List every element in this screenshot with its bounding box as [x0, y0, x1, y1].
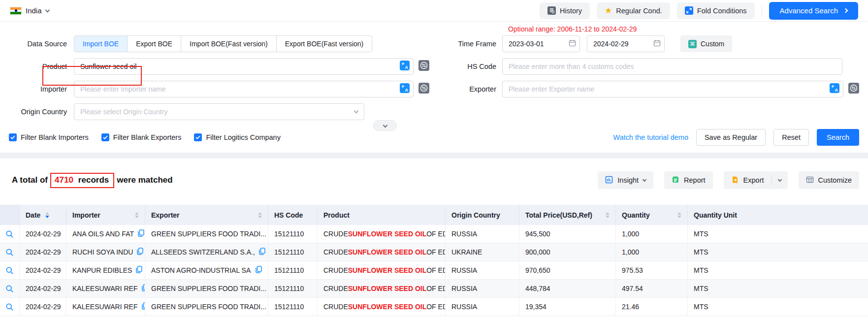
copy-icon[interactable] [142, 284, 145, 293]
chevron-down-icon [45, 7, 50, 12]
importer-name[interactable]: KALEESUWARI REF [72, 285, 138, 292]
sort-icons[interactable] [677, 212, 681, 218]
country-selector[interactable]: India [10, 6, 49, 15]
history-button[interactable]: History [540, 2, 590, 19]
row-detail-button[interactable] [0, 280, 20, 297]
insight-button[interactable]: Insight [598, 171, 653, 189]
match-mode-icon[interactable] [848, 83, 859, 96]
header-quantity[interactable]: Quantity [616, 205, 688, 225]
match-mode-icon[interactable] [418, 60, 429, 73]
header-total-price[interactable]: Total Price(USD,Ref) [519, 205, 616, 225]
importer-name[interactable]: ANA OILS AND FAT [72, 230, 134, 238]
exporter-name[interactable]: ALLSEEDS SWITZERLAND S.A., [151, 248, 255, 256]
cell-date: 2024-02-29 [20, 243, 66, 261]
advanced-search-button[interactable]: Advanced Search [769, 2, 858, 20]
save-as-regular-button[interactable]: Save as Regular [696, 129, 766, 146]
cell-total-price: 945,500 [519, 225, 616, 243]
copy-icon[interactable] [259, 248, 265, 257]
header-exporter[interactable]: Exporter [145, 205, 268, 225]
cell-date: 2024-02-29 [20, 225, 66, 243]
translate-icon[interactable]: A [400, 83, 410, 95]
country-label: India [26, 6, 42, 15]
filter-blank-importers-checkbox[interactable]: Filter Blank Importers [9, 133, 89, 141]
exporter-name[interactable]: GREEN SUPPLIERS FOOD TRADI... [151, 303, 266, 311]
svg-text:A: A [405, 88, 409, 93]
sort-icons[interactable] [135, 212, 139, 218]
row-detail-button[interactable] [0, 261, 20, 279]
header-label: Quantity [622, 211, 650, 219]
cell-quantity: 1,000 [616, 243, 688, 261]
importer-name[interactable]: KALEESUWARI REF [72, 303, 138, 311]
magnifier-icon [5, 266, 14, 275]
custom-range-button[interactable]: ⌘ Custom [680, 35, 732, 52]
filter-blank-exporters-checkbox[interactable]: Filter Blank Exporters [101, 133, 182, 141]
exporter-input[interactable] [502, 81, 843, 97]
exporter-name[interactable]: GREEN SUPPLIERS FOOD TRADI... [151, 230, 266, 238]
header-label: Importer [72, 211, 100, 219]
translate-icon[interactable]: A [400, 61, 410, 72]
product-input[interactable] [74, 58, 414, 75]
header-label: Origin Country [451, 211, 500, 219]
export-button-group: Export [724, 171, 788, 189]
fold-conditions-button[interactable]: Fold Conditions [677, 2, 755, 19]
export-dropdown-button[interactable] [772, 171, 788, 189]
origin-country-select[interactable]: Please select Origin Country [74, 103, 364, 120]
tab-import-boe-fast[interactable]: Import BOE(Fast version) [181, 35, 277, 52]
importer-input[interactable] [74, 81, 414, 97]
star-icon: ★ [605, 6, 612, 15]
command-icon: ⌘ [688, 40, 697, 48]
sort-icons[interactable] [258, 212, 262, 218]
tab-export-boe[interactable]: Export BOE [127, 35, 181, 52]
cell-origin-country: RUSSIA [446, 298, 519, 316]
reset-button[interactable]: Reset [773, 129, 809, 146]
collapse-conditions-toggle[interactable] [373, 120, 397, 131]
cell-quantity: 1,000 [616, 225, 688, 243]
copy-icon[interactable] [137, 248, 143, 257]
cell-quantity: 975.53 [616, 261, 688, 279]
hs-code-input[interactable] [502, 58, 842, 75]
row-detail-button[interactable] [0, 225, 20, 243]
header-label: Quantity Unit [694, 211, 737, 219]
cell-total-price: 448,784 [519, 280, 616, 297]
translate-icon[interactable]: A [830, 83, 839, 95]
row-detail-button[interactable] [0, 298, 20, 316]
cell-product: CRUDE SUNFLOWER SEED OIL OF ED [318, 280, 446, 297]
copy-icon[interactable] [136, 266, 142, 275]
header-importer[interactable]: Importer [66, 205, 145, 225]
history-icon [547, 6, 556, 15]
header-date[interactable]: Date [20, 205, 66, 225]
sort-icons[interactable] [606, 212, 610, 218]
header-product: Product [318, 205, 446, 225]
highlighted-term: SUNFLOWER SEED OIL [348, 266, 426, 274]
report-button[interactable]: Report [664, 171, 713, 189]
regular-cond-button[interactable]: ★ Regular Cond. [597, 2, 670, 19]
copy-icon[interactable] [138, 229, 144, 238]
export-button[interactable]: Export [724, 171, 772, 189]
time-frame-label: Time Frame [443, 40, 502, 48]
tab-import-boe[interactable]: Import BOE [74, 35, 128, 52]
exporter-name[interactable]: GREEN SUPPLIERS FOOD TRADI... [151, 285, 266, 292]
copy-icon[interactable] [142, 302, 145, 311]
match-mode-icon[interactable] [418, 83, 429, 96]
tab-export-boe-fast[interactable]: Export BOE(Fast version) [276, 35, 373, 52]
filter-panel: Data Source Import BOE Export BOE Import… [0, 22, 868, 153]
importer-name[interactable]: RUCHI SOYA INDU [72, 248, 133, 256]
row-detail-button[interactable] [0, 243, 20, 261]
cell-origin-country: RUSSIA [446, 225, 519, 243]
filter-logitics-company-checkbox[interactable]: Filter Logitics Company [194, 133, 281, 141]
cell-product: CRUDE SUNFLOWER SEED OIL OF ED [318, 261, 446, 279]
tutorial-demo-link[interactable]: Watch the tutorial demo [613, 133, 688, 141]
results-panel: A total of 4710 records were matched Ins… [0, 159, 868, 316]
cell-quantity-unit: MTS [688, 243, 868, 261]
copy-icon[interactable] [256, 266, 262, 275]
sort-icons[interactable] [45, 212, 49, 218]
customize-button[interactable]: Customize [799, 171, 860, 189]
importer-name[interactable]: KANPUR EDIBLES [72, 266, 132, 274]
cell-total-price: 970,650 [519, 261, 616, 279]
divider [762, 5, 762, 17]
cell-total-price: 900,000 [519, 243, 616, 261]
cell-importer: KALEESUWARI REF [66, 280, 145, 297]
exporter-name[interactable]: ASTON AGRO-INDUSTRIAL SA [151, 266, 251, 274]
cell-quantity-unit: MTS [688, 280, 868, 297]
search-button[interactable]: Search [817, 129, 859, 146]
